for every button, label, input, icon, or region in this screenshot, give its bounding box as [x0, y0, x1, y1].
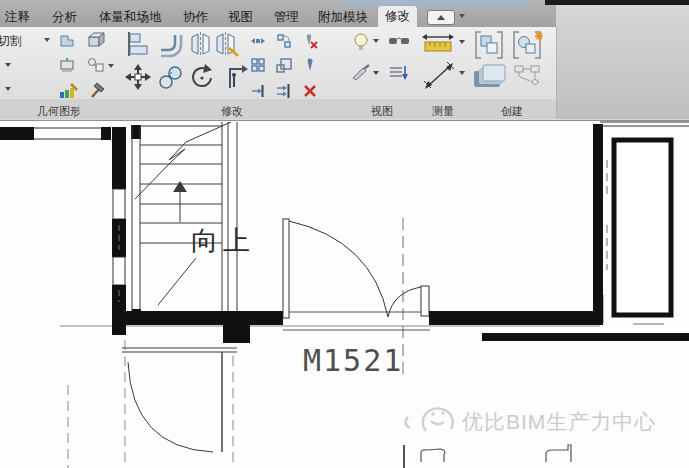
tab-addins[interactable]: 附加模块: [318, 8, 368, 27]
ribbon: 注释 分析 体量和场地 协作 视图 管理 附加模块 修改 切割: [0, 0, 689, 121]
panel-label-create: 创建: [468, 104, 556, 119]
join-geometry-icon[interactable]: [86, 30, 106, 50]
cut-geometry-button[interactable]: 切割: [0, 33, 22, 50]
tab-annotate[interactable]: 注释: [5, 8, 30, 27]
panel-label-measure: 测量: [418, 104, 468, 119]
knife-dropdown-arrow[interactable]: [373, 71, 379, 75]
copy-icon[interactable]: [157, 63, 184, 91]
panel-label-geometry: 几何图形: [0, 104, 118, 119]
tab-analyze[interactable]: 分析: [52, 8, 77, 27]
mirror-draw-axis-icon[interactable]: [214, 30, 241, 58]
left-wall[interactable]: [112, 127, 126, 335]
move-icon[interactable]: [124, 63, 152, 91]
array-linear-icon[interactable]: [250, 33, 266, 49]
revit-window: 向上 M1521: [0, 0, 689, 468]
join-dropdown-arrow[interactable]: [5, 63, 11, 67]
panel-create: 创建: [468, 27, 557, 119]
cut-dropdown-arrow[interactable]: [44, 38, 50, 42]
offset-icon[interactable]: [157, 30, 187, 58]
demolish-hammer-icon[interactable]: [86, 80, 106, 100]
mirror-pick-axis-icon[interactable]: [189, 30, 212, 58]
dimension-dropdown-arrow[interactable]: [459, 71, 465, 75]
panel-label-modify: 修改: [118, 104, 346, 119]
array-group-icon[interactable]: [250, 57, 266, 73]
create-assembly-icon[interactable]: [514, 65, 542, 89]
array-radial-icon[interactable]: [276, 33, 292, 49]
show-hidden-icon[interactable]: [58, 56, 76, 74]
graphics-glasses-icon[interactable]: [388, 33, 410, 49]
tab-massing-site[interactable]: 体量和场地: [99, 8, 162, 27]
measure-ruler-icon[interactable]: [421, 32, 455, 54]
scale-icon[interactable]: [276, 57, 292, 73]
aligned-dimension-icon[interactable]: [423, 61, 455, 91]
paint-icon[interactable]: [58, 80, 78, 100]
split-dropdown-arrow[interactable]: [5, 87, 11, 91]
delete-icon[interactable]: [302, 83, 318, 99]
door-leaf-large[interactable]: [283, 219, 289, 318]
cut-geometry-icon[interactable]: [57, 30, 77, 50]
panel-modify: 修改: [118, 27, 347, 119]
trim-extend-corner-icon[interactable]: [220, 63, 248, 91]
panel-measure: 测量: [418, 27, 469, 119]
pin-icon[interactable]: [302, 57, 318, 73]
thin-lines-icon[interactable]: [388, 64, 408, 82]
unpin-icon[interactable]: [302, 33, 318, 49]
create-similar-icon[interactable]: [511, 30, 545, 60]
door-tag-text[interactable]: M1521: [303, 343, 403, 378]
stair-direction-text[interactable]: 向上: [191, 226, 255, 256]
cut-profile-knife-icon[interactable]: [351, 64, 371, 82]
tab-manage[interactable]: 管理: [274, 8, 299, 27]
create-group-icon[interactable]: [473, 30, 505, 60]
tab-collaborate[interactable]: 协作: [183, 8, 208, 27]
ribbon-empty-area: [556, 5, 689, 119]
tab-view[interactable]: 视图: [228, 8, 253, 27]
panel-label-view: 视图: [346, 104, 418, 119]
reveal-hidden-bulb-icon[interactable]: [352, 32, 370, 50]
panel-view: 视图: [346, 27, 419, 119]
panel-geometry: 切割: [0, 27, 119, 119]
shaft-rectangle[interactable]: [614, 140, 671, 315]
watermark-text: 优比BIM生产力中心: [462, 410, 656, 433]
measure-dropdown-arrow[interactable]: [459, 40, 465, 44]
rotate-icon[interactable]: [188, 63, 218, 91]
tab-modify-active[interactable]: 修改: [378, 6, 417, 27]
ribbon-state-dropdown-arrow[interactable]: [459, 14, 465, 18]
align-icon[interactable]: [124, 30, 154, 58]
trim-to-single-icon[interactable]: [250, 83, 266, 99]
title-strip: [340, 0, 530, 6]
link-dropdown-arrow[interactable]: [108, 64, 114, 68]
trim-to-multiple-icon[interactable]: [276, 83, 292, 99]
ribbon-state-toggle-button[interactable]: [427, 10, 455, 25]
create-parts-icon[interactable]: [472, 63, 506, 89]
reveal-dropdown-arrow[interactable]: [373, 39, 379, 43]
collapse-icon: [437, 15, 445, 20]
link-elements-icon[interactable]: [86, 56, 106, 74]
door-leaf-small[interactable]: [421, 286, 429, 316]
